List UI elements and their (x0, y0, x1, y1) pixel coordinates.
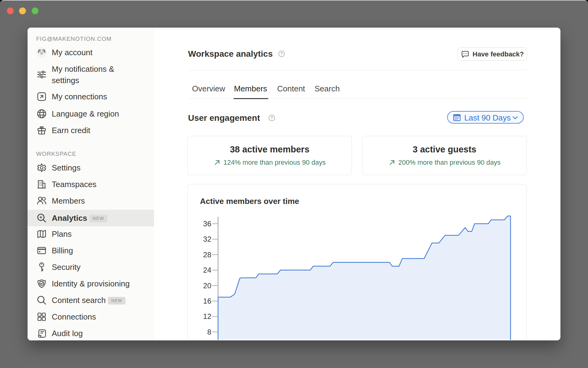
svg-text:20: 20 (203, 282, 211, 290)
svg-text:16: 16 (203, 297, 211, 305)
svg-text:36: 36 (203, 220, 211, 228)
svg-text:8: 8 (207, 328, 211, 336)
svg-text:32: 32 (203, 235, 211, 243)
svg-text:12: 12 (203, 312, 211, 320)
svg-text:24: 24 (203, 266, 211, 274)
svg-text:28: 28 (203, 251, 211, 259)
